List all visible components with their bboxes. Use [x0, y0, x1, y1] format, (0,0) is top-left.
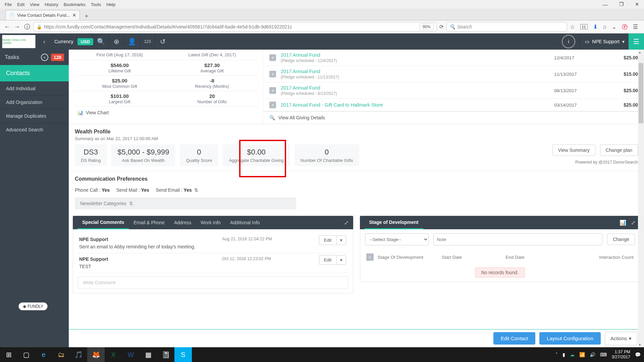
scroll-up-icon[interactable]: ▴: [639, 50, 641, 54]
view-summary-button[interactable]: View Summary: [552, 144, 595, 156]
add-stage-icon[interactable]: +: [366, 253, 374, 261]
stage-change-button[interactable]: Change: [607, 234, 635, 245]
browser-menu-icon[interactable]: ☰: [633, 23, 638, 31]
itunes-icon[interactable]: 🎵: [70, 347, 87, 362]
newsletter-categories-dropdown[interactable]: Newsletter Categories ⇅: [75, 197, 296, 209]
win-minimize-icon[interactable]: —: [600, 1, 610, 8]
sort-icon[interactable]: ⇅: [194, 187, 198, 193]
write-comment-input[interactable]: Write Comment: [78, 276, 348, 289]
expand-icon[interactable]: ⤢: [631, 220, 635, 226]
firefox-icon[interactable]: 🦊: [87, 347, 105, 362]
excel-icon[interactable]: X: [105, 347, 122, 362]
tab-address[interactable]: Address: [169, 216, 196, 229]
menu-help[interactable]: Help: [104, 1, 118, 8]
expand-row-icon[interactable]: +: [269, 102, 276, 108]
tab-email-phone[interactable]: Email & Phone: [129, 216, 169, 229]
comment-edit-caret[interactable]: ▾: [336, 255, 346, 265]
tab-close-icon[interactable]: ✕: [72, 13, 76, 18]
comment-edit-caret[interactable]: ▾: [336, 235, 346, 245]
tab-additional-info[interactable]: Additional Info: [225, 216, 265, 229]
home-icon[interactable]: ⌂: [603, 23, 606, 30]
tray-volume-icon[interactable]: 🔊: [590, 352, 595, 357]
sidebar-item-manage-duplicates[interactable]: Manage Duplicates: [0, 109, 69, 123]
start-button-icon[interactable]: ⊞: [0, 347, 17, 362]
view-chart-link[interactable]: 📊 View Chart: [73, 107, 258, 119]
sidebar-item-advanced-search[interactable]: Advanced Search: [0, 123, 69, 136]
topbar-number-icon[interactable]: 123: [140, 34, 155, 50]
tray-keyboard-icon[interactable]: ⌨: [600, 352, 607, 357]
page-scrollbar[interactable]: ▴ ▾: [638, 50, 644, 347]
site-identity-icon[interactable]: ⓘ: [23, 23, 31, 31]
tray-battery-icon[interactable]: ▮: [562, 352, 565, 357]
menu-view[interactable]: View: [27, 1, 42, 8]
bookmark-star-icon[interactable]: ☆: [570, 23, 575, 31]
edit-contact-button[interactable]: Edit Contact: [493, 332, 536, 345]
menu-tools[interactable]: Tools: [88, 1, 104, 8]
topbar-info-icon[interactable]: i: [562, 35, 575, 48]
fund-name[interactable]: 2017 Annual Fund: [281, 52, 554, 58]
sidebar-item-contacts[interactable]: Contacts: [0, 65, 69, 81]
menu-file[interactable]: File: [2, 1, 14, 8]
comment-edit-button[interactable]: Edit: [319, 255, 336, 265]
browser-tab-active[interactable]: 📄 View Contact Details Fund... ✕: [5, 10, 80, 20]
expand-icon[interactable]: ⤢: [344, 220, 348, 226]
menu-bookmarks[interactable]: Bookmarks: [61, 1, 88, 8]
sidebar-item-add-individual[interactable]: Add Individual: [0, 81, 69, 95]
explorer-icon[interactable]: 🗂: [52, 347, 70, 362]
calculator-icon[interactable]: ▦: [140, 347, 157, 362]
task-view-icon[interactable]: ▢: [17, 347, 35, 362]
topbar-user-menu[interactable]: ▭ NPE Support ▾: [580, 34, 625, 50]
topbar-search-icon[interactable]: 🔍: [93, 34, 109, 50]
expand-row-icon[interactable]: +: [269, 54, 276, 61]
fundly-badge[interactable]: ◉ FUNDLY: [18, 302, 48, 310]
topbar-add-icon[interactable]: ⊕: [109, 34, 124, 50]
pinterest-icon[interactable]: Ⓟ: [622, 23, 628, 31]
giving-row[interactable]: + 2017 Annual Fund - Gift Card to Hallma…: [263, 99, 644, 111]
tab-special-comments[interactable]: Special Comments: [77, 216, 129, 229]
notepad-icon[interactable]: 📓: [157, 347, 174, 362]
actions-dropdown[interactable]: Actions▾: [605, 332, 637, 345]
tray-expand-icon[interactable]: ˄: [555, 352, 558, 357]
taskbar-clock[interactable]: 1:37 PM 3/27/2017: [611, 350, 630, 360]
tab-work-info[interactable]: Work Info: [196, 216, 225, 229]
tray-wifi-icon[interactable]: 📶: [579, 352, 585, 357]
topbar-history-icon[interactable]: ↺: [155, 34, 170, 50]
url-input[interactable]: 🔒 https://crm.fundly.com/ContactManageme…: [34, 22, 437, 32]
giving-row[interactable]: + 2017 Annual Fund (Pledge scheduled - 1…: [263, 66, 644, 82]
word-icon[interactable]: W: [122, 347, 140, 362]
expand-row-icon[interactable]: +: [269, 71, 276, 77]
fund-name[interactable]: 2017 Annual Fund: [281, 85, 554, 90]
edge-icon[interactable]: e: [35, 347, 52, 362]
browser-search-input[interactable]: 🔍 Search: [446, 22, 567, 32]
expand-row-icon[interactable]: +: [269, 87, 276, 94]
tray-onedrive-icon[interactable]: ☁: [570, 352, 575, 357]
fund-name[interactable]: 2017 Annual Fund - Gift Card to Hallmark…: [281, 102, 554, 108]
currency-selector[interactable]: Currency USD: [54, 39, 93, 44]
skype-icon[interactable]: S: [174, 347, 192, 362]
reload-button-icon[interactable]: ⟳: [439, 24, 444, 30]
win-maximize-icon[interactable]: ❐: [616, 0, 626, 8]
scroll-down-icon[interactable]: ▾: [639, 343, 641, 347]
chart-icon[interactable]: 📊: [620, 220, 626, 226]
org-logo[interactable]: Monty Crisco Arts Center: [2, 35, 36, 48]
tray-notifications-icon[interactable]: 💬: [635, 352, 641, 357]
add-task-icon[interactable]: +: [41, 54, 48, 61]
app-hamburger-icon[interactable]: ☰: [629, 34, 644, 50]
library-icon[interactable]: ⫿⫿: [580, 24, 588, 29]
scrollbar-thumb[interactable]: [639, 63, 643, 123]
menu-history[interactable]: History: [42, 1, 61, 8]
topbar-back-icon[interactable]: ‹: [38, 38, 51, 45]
menu-edit[interactable]: Edit: [14, 1, 27, 8]
zoom-level-badge[interactable]: 90%: [420, 23, 434, 30]
sidebar-item-add-organization[interactable]: Add Organization: [0, 95, 69, 109]
pocket-icon[interactable]: ⌄: [612, 23, 616, 31]
sidebar-tasks[interactable]: Tasks + 128: [0, 50, 69, 65]
stage-note-input[interactable]: [433, 233, 602, 245]
new-tab-button[interactable]: ＋: [82, 11, 91, 20]
view-all-giving-link[interactable]: 🔍 View All Giving Details: [263, 111, 644, 124]
downloads-icon[interactable]: ⬇: [593, 23, 598, 31]
giving-row[interactable]: + 2017 Annual Fund (Pledge scheduled - 1…: [263, 50, 644, 66]
giving-row[interactable]: + 2017 Annual Fund (Pledge scheduled - 8…: [263, 82, 644, 99]
stage-select[interactable]: --Select Stage--: [365, 233, 429, 245]
win-close-icon[interactable]: ✕: [632, 0, 642, 8]
